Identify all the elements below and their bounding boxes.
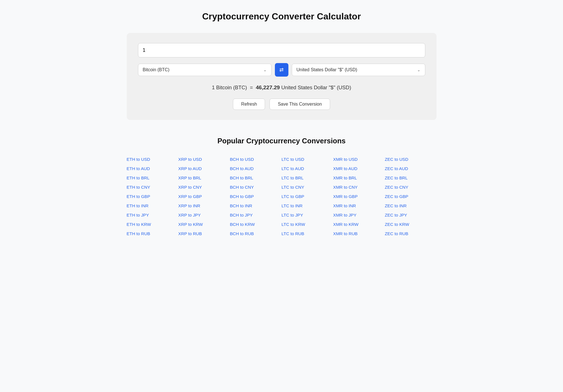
conversion-link[interactable]: XRP to INR — [178, 202, 230, 210]
converter-box: Bitcoin (BTC) ⌄ ⇄ United States Dollar "… — [127, 33, 437, 120]
conversion-link[interactable]: XRP to GBP — [178, 192, 230, 201]
action-buttons: Refresh Save This Conversion — [138, 99, 425, 110]
conversion-link[interactable]: ZEC to BRL — [385, 174, 436, 182]
conversion-link[interactable]: BCH to INR — [230, 202, 281, 210]
conversion-link[interactable]: LTC to AUD — [281, 164, 333, 173]
conversion-link[interactable]: XRP to CNY — [178, 183, 230, 191]
conversion-link[interactable]: LTC to USD — [281, 155, 333, 163]
conversion-link[interactable]: XMR to RUB — [333, 230, 385, 238]
conversion-link[interactable]: ETH to JPY — [127, 211, 178, 219]
popular-section: Popular Cryptocurrency Conversions ETH t… — [127, 137, 437, 238]
conversion-link[interactable]: XMR to CNY — [333, 183, 385, 191]
conversion-link[interactable]: XMR to USD — [333, 155, 385, 163]
page-title: Cryptocurrency Converter Calculator — [17, 11, 546, 22]
conversion-link[interactable]: XMR to INR — [333, 202, 385, 210]
conversion-link[interactable]: XRP to USD — [178, 155, 230, 163]
conversion-link[interactable]: XMR to JPY — [333, 211, 385, 219]
conversion-link[interactable]: BCH to CNY — [230, 183, 281, 191]
save-conversion-button[interactable]: Save This Conversion — [270, 99, 330, 110]
conversion-link[interactable]: XRP to RUB — [178, 230, 230, 238]
conversion-link[interactable]: XMR to BRL — [333, 174, 385, 182]
result-currency-label: United States Dollar "$" (USD) — [281, 84, 351, 90]
to-currency-label: United States Dollar "$" (USD) — [297, 67, 415, 72]
conversion-grid: ETH to USDXRP to USDBCH to USDLTC to USD… — [127, 155, 437, 238]
conversion-link[interactable]: ZEC to CNY — [385, 183, 436, 191]
conversion-link[interactable]: ZEC to GBP — [385, 192, 436, 201]
popular-title: Popular Cryptocurrency Conversions — [127, 137, 437, 145]
swap-button[interactable]: ⇄ — [275, 63, 288, 77]
from-currency-label: Bitcoin (BTC) — [143, 67, 261, 72]
conversion-link[interactable]: LTC to JPY — [281, 211, 333, 219]
conversion-link[interactable]: ZEC to JPY — [385, 211, 436, 219]
conversion-link[interactable]: BCH to GBP — [230, 192, 281, 201]
conversion-link[interactable]: ZEC to USD — [385, 155, 436, 163]
to-currency-chevron-icon: ⌄ — [417, 68, 420, 72]
conversion-link[interactable]: XMR to GBP — [333, 192, 385, 201]
conversion-link[interactable]: ETH to AUD — [127, 164, 178, 173]
conversion-link[interactable]: XRP to AUD — [178, 164, 230, 173]
conversion-link[interactable]: ETH to BRL — [127, 174, 178, 182]
conversion-link[interactable]: LTC to BRL — [281, 174, 333, 182]
conversion-link[interactable]: LTC to GBP — [281, 192, 333, 201]
result-equals: = — [248, 84, 256, 90]
to-currency-select[interactable]: United States Dollar "$" (USD) ⌄ — [292, 64, 425, 76]
conversion-link[interactable]: BCH to USD — [230, 155, 281, 163]
conversion-link[interactable]: ETH to GBP — [127, 192, 178, 201]
conversion-link[interactable]: XMR to AUD — [333, 164, 385, 173]
conversion-link[interactable]: LTC to RUB — [281, 230, 333, 238]
conversion-link[interactable]: ETH to INR — [127, 202, 178, 210]
conversion-link[interactable]: BCH to KRW — [230, 220, 281, 228]
result-row: 1 Bitcoin (BTC) = 46,227.29 United State… — [138, 84, 425, 91]
conversion-link[interactable]: BCH to RUB — [230, 230, 281, 238]
conversion-link[interactable]: ETH to USD — [127, 155, 178, 163]
conversion-link[interactable]: LTC to KRW — [281, 220, 333, 228]
refresh-button[interactable]: Refresh — [233, 99, 265, 110]
result-from-label: 1 Bitcoin (BTC) — [212, 84, 247, 90]
from-currency-select[interactable]: Bitcoin (BTC) ⌄ — [138, 64, 272, 76]
conversion-link[interactable]: ZEC to AUD — [385, 164, 436, 173]
swap-icon: ⇄ — [279, 67, 284, 73]
result-value: 46,227.29 — [256, 84, 280, 90]
conversion-link[interactable]: XRP to BRL — [178, 174, 230, 182]
conversion-link[interactable]: LTC to INR — [281, 202, 333, 210]
conversion-link[interactable]: BCH to JPY — [230, 211, 281, 219]
conversion-link[interactable]: XMR to KRW — [333, 220, 385, 228]
from-currency-chevron-icon: ⌄ — [263, 68, 267, 72]
conversion-link[interactable]: BCH to BRL — [230, 174, 281, 182]
amount-input[interactable] — [138, 43, 425, 57]
conversion-link[interactable]: ETH to KRW — [127, 220, 178, 228]
conversion-link[interactable]: ZEC to KRW — [385, 220, 436, 228]
conversion-link[interactable]: BCH to AUD — [230, 164, 281, 173]
conversion-link[interactable]: LTC to CNY — [281, 183, 333, 191]
conversion-link[interactable]: ZEC to INR — [385, 202, 436, 210]
conversion-link[interactable]: ETH to RUB — [127, 230, 178, 238]
conversion-link[interactable]: XRP to JPY — [178, 211, 230, 219]
currency-row: Bitcoin (BTC) ⌄ ⇄ United States Dollar "… — [138, 63, 425, 77]
conversion-link[interactable]: ETH to CNY — [127, 183, 178, 191]
conversion-link[interactable]: XRP to KRW — [178, 220, 230, 228]
conversion-link[interactable]: ZEC to RUB — [385, 230, 436, 238]
